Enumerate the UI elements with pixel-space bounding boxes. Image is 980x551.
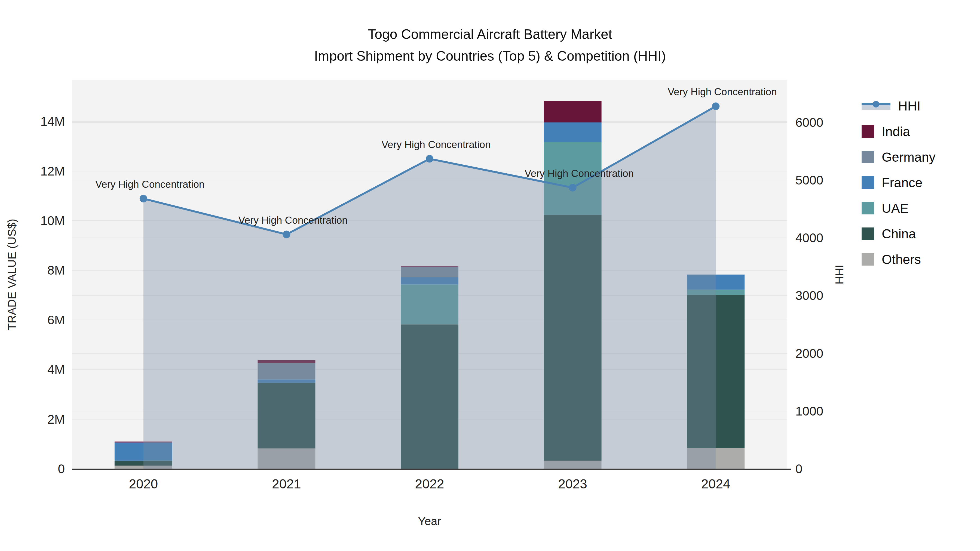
y-left-tick-10M: 10M [41,214,65,228]
legend-swatch-uae [862,202,874,214]
y-right-axis-title: HHI [833,265,846,284]
y-right-tick-3000: 3000 [795,288,823,303]
legend-label-germany: Germany [882,150,935,165]
y-left-tick-2M: 2M [48,412,65,426]
legend-swatch-germany [862,151,874,163]
hhi-marker-2021 [283,231,290,238]
hhi-marker-2020 [140,195,147,202]
y-right-tick-6000: 6000 [795,115,823,130]
legend-item-france: France [862,170,935,195]
annotation-2020: Very High Concentration [95,179,204,190]
annotation-2023: Very High Concentration [525,168,634,179]
plot-area: Very High ConcentrationVery High Concent… [0,0,980,551]
legend: HHIIndiaGermanyFranceUAEChinaOthers [862,93,935,272]
y-left-tick-12M: 12M [41,164,65,178]
y-left-tick-14M: 14M [41,114,65,129]
annotation-2024: Very High Concentration [668,86,777,97]
annotation-2022: Very High Concentration [381,139,490,150]
legend-label-china: China [882,226,916,241]
y-right-tick-2000: 2000 [795,346,823,360]
legend-item-others: Others [862,246,935,272]
legend-swatch-france [862,176,874,189]
x-tick-2021: 2021 [272,477,301,491]
hhi-marker-2022 [426,155,433,163]
bar-segment-2023-india [544,101,601,122]
annotation-2021: Very High Concentration [239,215,348,226]
hhi-marker-2023 [569,184,577,192]
legend-label-uae: UAE [882,201,909,216]
legend-swatch-china [862,227,874,240]
x-tick-2020: 2020 [129,477,158,491]
legend-label-others: Others [882,252,921,267]
x-tick-2022: 2022 [415,477,444,491]
legend-label-france: France [882,175,922,190]
hhi-marker-2024 [712,102,719,110]
legend-item-germany: Germany [862,144,935,170]
chart-figure: Togo Commercial Aircraft Battery Market … [0,0,980,551]
legend-hhi-line-icon [862,100,891,112]
x-axis-title: Year [418,515,441,527]
x-tick-2023: 2023 [558,477,587,491]
y-right-tick-1000: 1000 [795,404,823,418]
y-left-tick-0: 0 [58,462,65,476]
legend-item-hhi: HHI [862,93,935,119]
y-left-tick-6M: 6M [48,313,65,327]
legend-item-india: India [862,119,935,144]
legend-item-uae: UAE [862,195,935,221]
legend-label-india: India [882,124,910,139]
legend-hhi-dot [873,101,879,108]
legend-swatch-others [862,253,874,265]
y-left-tick-8M: 8M [48,263,65,277]
bar-segment-2023-france [544,122,601,142]
y-right-tick-5000: 5000 [795,173,823,187]
y-left-tick-4M: 4M [48,362,65,376]
y-right-tick-4000: 4000 [795,231,823,245]
x-tick-2024: 2024 [701,477,730,491]
y-left-axis-title: TRADE VALUE (US$) [5,219,18,330]
legend-label-hhi: HHI [898,98,921,113]
y-right-tick-0: 0 [795,462,802,476]
legend-swatch-india [862,125,874,138]
legend-item-china: China [862,221,935,246]
